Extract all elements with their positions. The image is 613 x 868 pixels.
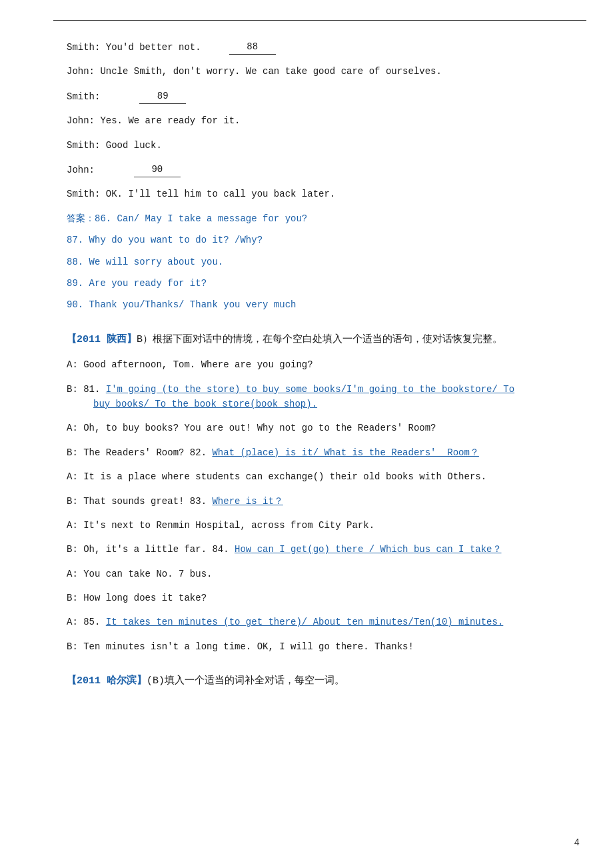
shaanxi-b5: B: How long does it take? [67, 591, 573, 605]
blank-89: 89 [139, 89, 186, 104]
top-divider [53, 20, 586, 21]
answer-88: 88. We will sorry about you. [67, 255, 573, 269]
page-number: 4 [574, 837, 580, 848]
shaanxi-b6: B: Ten minutes isn't a long time. OK, I … [67, 639, 573, 654]
john-text-2: John: Yes. We are ready for it. [67, 115, 240, 126]
shaanxi-section: 【2011 陕西】B）根据下面对话中的情境，在每个空白处填入一个适当的语句，使对… [67, 331, 573, 655]
page: Smith: You'd better not. 88 John: Uncle … [0, 0, 613, 868]
shaanxi-a2: A: Oh, to buy books? You are out! Why no… [67, 421, 573, 435]
speaker-john-3: John: [67, 165, 128, 175]
dialog-john-2: John: Yes. We are ready for it. [67, 113, 573, 128]
answer-83: Where is it？ [212, 496, 283, 507]
answer-90: 90. Thank you/Thanks/ Thank you very muc… [67, 297, 573, 312]
answer-82: What (place) is it/ What is the Readers'… [212, 447, 478, 458]
smith-text-4: Smith: OK. I'll tell him to call you bac… [67, 189, 335, 199]
shaanxi-bracket: 【2011 陕西】 [67, 334, 137, 345]
shaanxi-header: 【2011 陕西】B）根据下面对话中的情境，在每个空白处填入一个适当的语句，使对… [67, 331, 573, 349]
answers-top: 答案：86. Can/ May I take a message for you… [67, 211, 573, 313]
shaanxi-instruction: B）根据下面对话中的情境，在每个空白处填入一个适当的语句，使对话恢复完整。 [137, 334, 502, 345]
harbin-instruction: (B)填入一个适当的词补全对话，每空一词。 [147, 675, 344, 687]
dialog-smith-4: Smith: OK. I'll tell him to call you bac… [67, 187, 573, 201]
harbin-header: 【2011 哈尔滨】(B)填入一个适当的词补全对话，每空一词。 [67, 673, 573, 690]
dialog-smith-1: Smith: You'd better not. 88 [67, 39, 573, 55]
shaanxi-a5: A: You can take No. 7 bus. [67, 567, 573, 581]
answer-89: 89. Are you ready for it? [67, 276, 573, 291]
harbin-bracket: 【2011 哈尔滨】 [67, 675, 147, 687]
dialog-john-3: John: 90 [67, 162, 573, 177]
answer-81: I'm going (to the store) to buy some boo… [106, 384, 514, 395]
john-text-1: John: Uncle Smith, don't worry. We can t… [67, 66, 442, 77]
smith-text-3: Smith: Good luck. [67, 140, 162, 151]
harbin-section: 【2011 哈尔滨】(B)填入一个适当的词补全对话，每空一词。 [67, 673, 573, 690]
shaanxi-b3: B: That sounds great! 83. Where is it？ [67, 494, 573, 509]
speaker-smith-1: Smith: You'd better not. [67, 42, 201, 53]
answer-84: How can I get(go) there / Which bus can … [235, 544, 501, 555]
answer-81-cont: buy books/ To the book store(book shop). [93, 399, 317, 409]
answer-86: 答案：86. Can/ May I take a message for you… [67, 211, 573, 226]
shaanxi-b2: B: The Readers' Room? 82. What (place) i… [67, 445, 573, 460]
shaanxi-a4: A: It's next to Renmin Hospital, across … [67, 518, 573, 533]
dialog-john-1: John: Uncle Smith, don't worry. We can t… [67, 64, 573, 79]
shaanxi-a6: A: 85. It takes ten minutes (to get ther… [67, 615, 573, 629]
speaker-smith-2: Smith: [67, 91, 134, 102]
shaanxi-b1: B: 81. I'm going (to the store) to buy s… [67, 382, 573, 412]
blank-90: 90 [134, 162, 181, 177]
shaanxi-a1: A: Good afternoon, Tom. Where are you go… [67, 357, 573, 372]
answer-87: 87. Why do you want to do it? /Why? [67, 233, 573, 247]
shaanxi-b4: B: Oh, it's a little far. 84. How can I … [67, 542, 573, 557]
answer-85: It takes ten minutes (to get there)/ Abo… [106, 617, 504, 627]
shaanxi-a3: A: It is a place where students can exch… [67, 469, 573, 484]
dialog-smith-2: Smith: 89 [67, 89, 573, 104]
dialog-smith-3: Smith: Good luck. [67, 138, 573, 153]
blank-88: 88 [229, 39, 276, 55]
